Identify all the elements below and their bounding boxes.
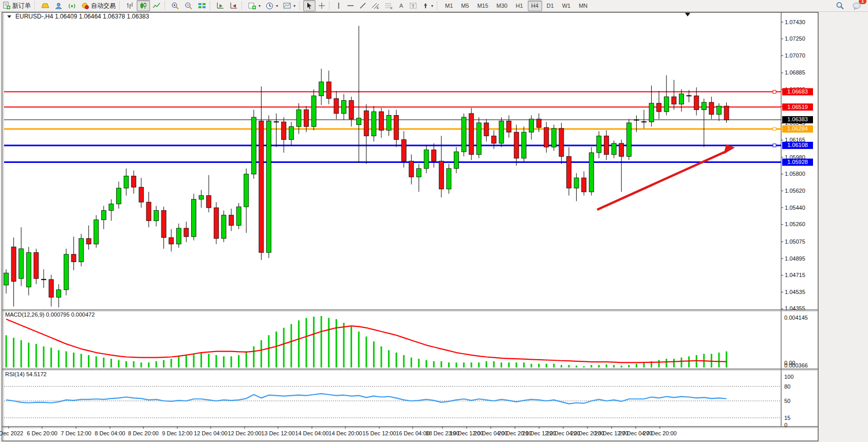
indicators-icon: [248, 2, 256, 9]
timeframe-button-m30[interactable]: M30: [493, 1, 511, 11]
bar-chart-button[interactable]: [123, 0, 137, 11]
chevron-down-icon: ▾: [258, 4, 261, 8]
y-axis-label: 1.05800: [785, 171, 805, 177]
svg-text:E: E: [377, 6, 379, 9]
time-label: 27 Dec 20:00: [643, 430, 676, 436]
templates-button[interactable]: ▾: [281, 0, 298, 11]
autotrading-button[interactable]: 自动交易: [79, 0, 118, 11]
candle-body: [49, 280, 53, 297]
candle-body: [432, 150, 436, 161]
candle-body: [146, 202, 151, 220]
y-axis-label: 1.04715: [785, 272, 805, 278]
candle-body: [267, 121, 271, 252]
candle-body: [507, 121, 511, 132]
chart-shift-button[interactable]: [227, 0, 241, 11]
community-icon: [54, 2, 63, 9]
horizontal-line-tool-button[interactable]: [344, 0, 357, 11]
candle-body: [101, 211, 106, 220]
horizontal-line-icon: [347, 2, 354, 9]
candle-body: [499, 121, 504, 143]
text-tool-button[interactable]: A: [396, 0, 407, 11]
candle-body: [297, 110, 301, 127]
candle-body: [117, 188, 121, 204]
tile-windows-button[interactable]: [195, 0, 209, 11]
candle-body: [529, 119, 534, 132]
price-label-1.06683: 1.06683: [787, 88, 808, 95]
templates-icon: [283, 2, 291, 9]
zoom-out-button[interactable]: [182, 0, 195, 11]
signals-button[interactable]: [65, 0, 79, 11]
chart-shift-icon: [230, 2, 238, 9]
market-watch-button[interactable]: [39, 0, 52, 11]
timeframe-button-d1[interactable]: D1: [543, 1, 558, 11]
time-label: 8 Dec 20:00: [128, 430, 158, 436]
candle-body: [679, 94, 684, 104]
toolbar-separator: [164, 2, 168, 10]
candle-body: [26, 252, 31, 287]
candle-body: [199, 196, 204, 199]
time-label: 12 Dec 04:00: [194, 430, 227, 436]
macd-axis-bottom: 0.000366: [784, 362, 808, 369]
trendline-tool-button[interactable]: [357, 0, 369, 11]
cursor-tool-button[interactable]: [303, 0, 316, 11]
chat-button[interactable]: 1: [850, 0, 864, 11]
channel-tool-button[interactable]: E: [369, 0, 382, 11]
price-label-1.06108: 1.06108: [787, 142, 808, 148]
candle-body: [551, 128, 556, 147]
timeframe-button-m15[interactable]: M15: [474, 1, 492, 11]
zoom-in-button[interactable]: [169, 0, 182, 11]
candle-body: [604, 136, 609, 154]
auto-scroll-button[interactable]: [214, 0, 227, 11]
candle-body: [86, 238, 91, 244]
candle-body: [559, 128, 564, 156]
indicators-button[interactable]: ▾: [246, 0, 263, 11]
chat-badge: 1: [859, 0, 866, 4]
vertical-line-tool-button[interactable]: [333, 0, 344, 11]
candle-body: [304, 110, 309, 127]
periods-button[interactable]: ▾: [263, 0, 281, 11]
candle-body: [326, 82, 331, 99]
timeframe-button-h1[interactable]: H1: [512, 1, 526, 11]
timeframe-button-h4[interactable]: H4: [528, 1, 542, 11]
auto-scroll-icon: [216, 2, 225, 9]
community-button[interactable]: [52, 0, 65, 11]
fibonacci-tool-button[interactable]: F: [382, 0, 396, 11]
text-label-tool-button[interactable]: T: [407, 0, 419, 11]
candlestick-chart-button[interactable]: [137, 0, 150, 11]
crosshair-tool-button[interactable]: [316, 0, 328, 11]
candle-body: [649, 103, 654, 122]
toolbar-separator: [437, 2, 440, 10]
timeframe-button-m1[interactable]: M1: [441, 1, 456, 11]
search-button[interactable]: [833, 0, 847, 11]
price-line-handle[interactable]: [773, 127, 776, 131]
rsi-axis-label: 100: [784, 374, 793, 380]
search-icon: [836, 2, 844, 10]
time-label: 13 Dec 12:00: [261, 430, 294, 436]
chevron-down-icon: ▾: [276, 4, 278, 8]
arrows-tool-button[interactable]: ▾: [419, 0, 436, 11]
line-chart-button[interactable]: [150, 0, 163, 11]
timeframe-button-mn[interactable]: MN: [575, 1, 591, 11]
candle-body: [214, 208, 218, 238]
candle-body: [492, 136, 496, 143]
trendline-icon: [359, 2, 366, 9]
price-line-handle[interactable]: [773, 90, 776, 94]
chart-canvas[interactable]: 1.074301.072501.070701.068851.067051.065…: [0, 11, 868, 442]
toolbar-separator: [242, 2, 245, 10]
candle-body: [424, 150, 429, 169]
timeframe-button-w1[interactable]: W1: [559, 1, 575, 11]
time-label: 14 Dec 20:00: [328, 430, 362, 436]
macd-axis-top: 0.004145: [784, 315, 808, 321]
new-order-button[interactable]: 新订单: [0, 0, 33, 11]
new-order-label: 新订单: [12, 2, 31, 10]
y-axis-label: 1.04535: [785, 289, 805, 295]
candle-body: [401, 140, 406, 161]
cursor-icon: [306, 2, 313, 9]
candle-body: [724, 106, 729, 120]
channel-icon: E: [372, 2, 380, 9]
price-line-handle[interactable]: [773, 144, 776, 147]
candle-body: [161, 211, 166, 238]
svg-text:F: F: [391, 7, 393, 9]
timeframe-button-m5[interactable]: M5: [457, 1, 472, 11]
candle-body: [469, 114, 474, 155]
